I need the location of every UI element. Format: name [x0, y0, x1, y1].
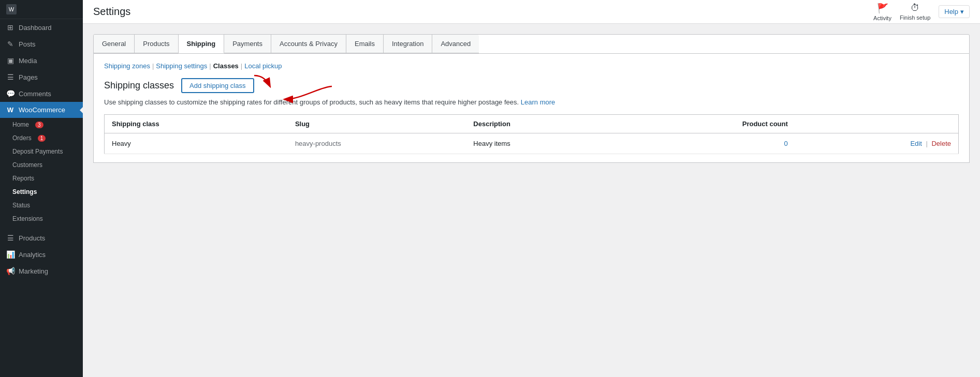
sidebar-item-label: Dashboard: [19, 24, 52, 32]
tab-advanced[interactable]: Advanced: [432, 35, 479, 53]
subnav-classes[interactable]: Classes: [213, 62, 239, 70]
sidebar-logo: W: [0, 0, 83, 19]
sub-settings-label: Settings: [12, 188, 37, 195]
description-text: Use shipping classes to customize the sh…: [104, 98, 959, 106]
tab-integration[interactable]: Integration: [384, 35, 432, 53]
finish-setup-button[interactable]: ⏱ Finish setup: [900, 3, 930, 21]
action-separator: |: [926, 140, 929, 147]
sidebar-item-label: Products: [19, 234, 45, 242]
sub-navigation: Shipping zones | Shipping settings | Cla…: [104, 62, 959, 70]
tab-products[interactable]: Products: [135, 35, 178, 53]
cell-shipping-class: Heavy: [105, 133, 288, 154]
sidebar-item-label: WooCommerce: [19, 106, 65, 114]
main-area: Settings 🚩 Activity ⏱ Finish setup Help …: [83, 0, 980, 377]
tab-accounts-privacy[interactable]: Accounts & Privacy: [271, 35, 346, 53]
sub-customers-label: Customers: [12, 161, 42, 169]
dashboard-icon: ⊞: [6, 23, 14, 32]
shipping-classes-table: Shipping class Slug Description Product …: [104, 114, 959, 154]
sidebar-item-pages[interactable]: ☰ Pages: [0, 69, 83, 85]
sidebar-sub-extensions[interactable]: Extensions: [0, 212, 83, 225]
cell-actions: Edit | Delete: [795, 133, 959, 154]
sidebar-sub-deposit[interactable]: Deposit Payments: [0, 145, 83, 158]
sidebar-item-media[interactable]: ▣ Media: [0, 52, 83, 69]
tab-general[interactable]: General: [94, 35, 135, 53]
col-slug: Slug: [288, 115, 466, 133]
sub-home-label: Home: [12, 121, 29, 128]
settings-panel: Shipping zones | Shipping settings | Cla…: [93, 54, 970, 163]
sub-deposit-label: Deposit Payments: [12, 148, 63, 155]
media-icon: ▣: [6, 56, 14, 65]
sub-nav-sep-3: |: [241, 62, 242, 70]
topbar-actions: 🚩 Activity ⏱ Finish setup Help ▾: [873, 3, 970, 21]
delete-link[interactable]: Delete: [931, 140, 951, 147]
sub-nav-sep-1: |: [152, 62, 154, 70]
sidebar-sub-home[interactable]: Home 3: [0, 118, 83, 131]
marketing-icon: 📢: [6, 267, 14, 275]
sub-status-label: Status: [12, 202, 30, 209]
sidebar-sub-settings[interactable]: Settings: [0, 185, 83, 199]
table-row: Heavy heavy-products Heavy items 0 Edit …: [105, 133, 959, 154]
pages-icon: ☰: [6, 73, 14, 81]
col-product-count: Product count: [618, 115, 795, 133]
tab-emails[interactable]: Emails: [346, 35, 384, 53]
activity-button[interactable]: 🚩 Activity: [873, 3, 891, 21]
annotation-arrow: [218, 73, 259, 99]
section-title: Shipping classes: [104, 80, 174, 91]
orders-badge: 1: [38, 135, 46, 142]
subnav-shipping-zones[interactable]: Shipping zones: [104, 62, 150, 70]
sub-reports-label: Reports: [12, 175, 34, 182]
sub-orders-label: Orders: [12, 134, 32, 142]
learn-more-link[interactable]: Learn more: [521, 98, 555, 106]
section-heading: Shipping classes Add shipping class: [104, 78, 254, 93]
sub-nav-sep-2: |: [209, 62, 211, 70]
subnav-shipping-settings[interactable]: Shipping settings: [156, 62, 207, 70]
page-title: Settings: [93, 6, 130, 18]
sidebar-item-label: Posts: [19, 40, 36, 48]
sidebar-sub-orders[interactable]: Orders 1: [0, 131, 83, 145]
sidebar-item-comments[interactable]: 💬 Comments: [0, 85, 83, 102]
analytics-icon: 📊: [6, 250, 14, 259]
col-actions: [795, 115, 959, 133]
sidebar-item-label: Pages: [19, 73, 38, 81]
help-chevron-icon: ▾: [960, 8, 964, 16]
sidebar-item-posts[interactable]: ✎ Posts: [0, 36, 83, 52]
woocommerce-icon: W: [6, 106, 14, 114]
sidebar-item-woocommerce[interactable]: W WooCommerce: [0, 102, 83, 118]
sidebar-sub-customers[interactable]: Customers: [0, 158, 83, 172]
home-badge: 3: [35, 122, 43, 128]
sidebar-item-label: Comments: [19, 90, 51, 98]
content-area: General Products Shipping Payments Accou…: [83, 24, 980, 377]
table-header: Shipping class Slug Description Product …: [105, 115, 959, 133]
sidebar-item-label: Marketing: [19, 267, 48, 275]
wp-logo-icon: W: [6, 4, 17, 14]
cell-slug: heavy-products: [288, 133, 466, 154]
help-button[interactable]: Help ▾: [939, 5, 970, 18]
comments-icon: 💬: [6, 89, 14, 98]
sidebar-sub-status[interactable]: Status: [0, 199, 83, 212]
sidebar-item-dashboard[interactable]: ⊞ Dashboard: [0, 19, 83, 36]
sidebar-item-analytics[interactable]: 📊 Analytics: [0, 246, 83, 263]
tab-payments[interactable]: Payments: [224, 35, 271, 53]
sidebar-item-products[interactable]: ☰ Products: [0, 230, 83, 246]
activity-icon: 🚩: [877, 3, 888, 14]
activity-label: Activity: [873, 15, 891, 21]
edit-link[interactable]: Edit: [910, 140, 922, 147]
posts-icon: ✎: [6, 40, 14, 48]
subnav-local-pickup[interactable]: Local pickup: [244, 62, 282, 70]
col-description: Description: [466, 115, 618, 133]
finish-setup-icon: ⏱: [911, 3, 920, 13]
woo-active-arrow: [80, 107, 83, 113]
cell-product-count: 0: [618, 133, 795, 154]
products-icon: ☰: [6, 234, 14, 242]
sidebar-item-label: Analytics: [19, 251, 46, 259]
sidebar: W ⊞ Dashboard ✎ Posts ▣ Media ☰ Pages 💬 …: [0, 0, 83, 377]
sidebar-item-label: Media: [19, 57, 37, 65]
sidebar-sub-reports[interactable]: Reports: [0, 172, 83, 185]
tab-shipping[interactable]: Shipping: [179, 35, 225, 53]
table-body: Heavy heavy-products Heavy items 0 Edit …: [105, 133, 959, 154]
help-label: Help: [944, 8, 958, 16]
sub-extensions-label: Extensions: [12, 215, 43, 222]
finish-setup-label: Finish setup: [900, 14, 930, 21]
cell-description: Heavy items: [466, 133, 618, 154]
sidebar-item-marketing[interactable]: 📢 Marketing: [0, 263, 83, 279]
